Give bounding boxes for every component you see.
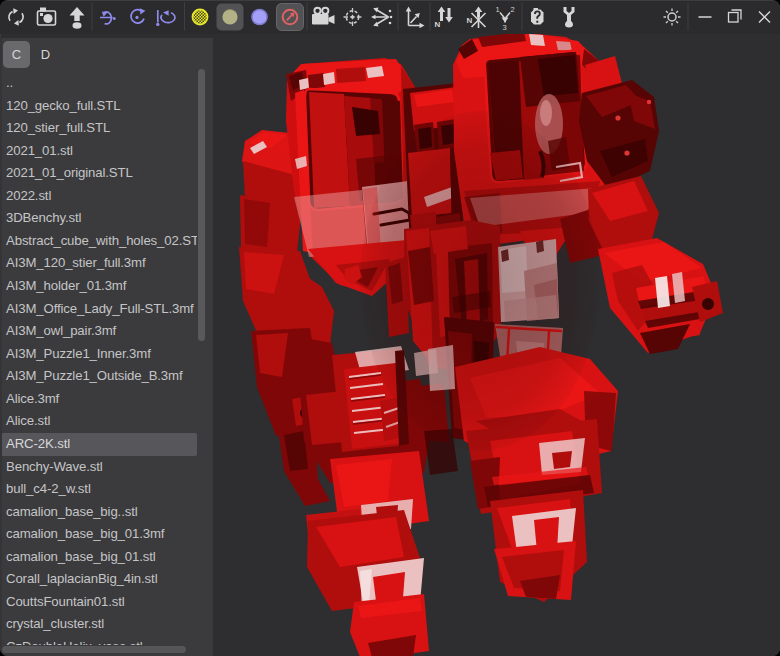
svg-text:2: 2 [511,5,515,14]
svg-text:N: N [467,16,473,25]
svg-text:3: 3 [503,23,507,32]
svg-text:N: N [435,20,441,29]
svg-text:1: 1 [496,5,500,14]
